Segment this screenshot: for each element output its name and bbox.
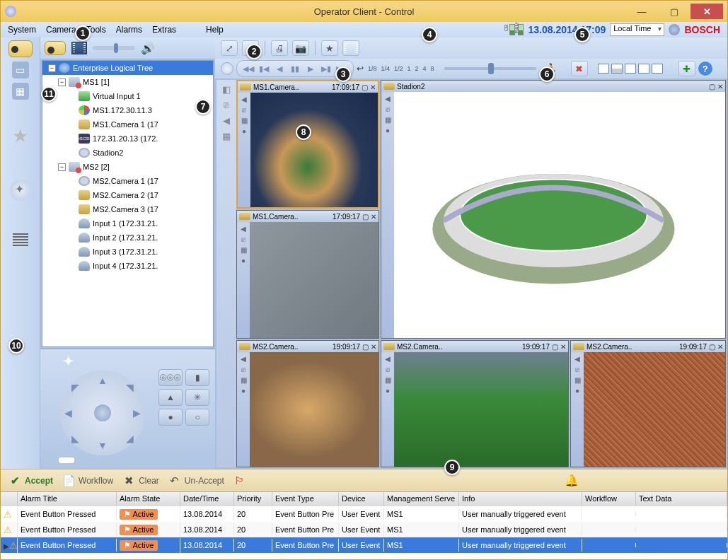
column-header[interactable]: Date/Time: [180, 492, 234, 506]
pane-maximize[interactable]: ▢: [362, 213, 369, 221]
tree-item[interactable]: MS2.Camera 3 (17: [42, 202, 213, 216]
tree-item[interactable]: MS1.172.30.11.3: [42, 103, 213, 117]
tool-snapshot[interactable]: 📷: [292, 40, 309, 56]
column-header[interactable]: Alarm State: [117, 492, 180, 506]
tree-item[interactable]: Input 1 (172.31.21.: [42, 216, 213, 231]
maximize-button[interactable]: ▢: [658, 4, 691, 19]
tree-item[interactable]: iSCSI172.31.20.13 (172.: [42, 132, 213, 146]
layout-custom[interactable]: [652, 64, 663, 74]
step-back-button[interactable]: ▮◀: [257, 62, 271, 75]
tree-item[interactable]: Input 2 (172.31.21.: [42, 231, 213, 245]
alarm-row[interactable]: ▶⚠Event Button Pressed⚑ Active13.08.2014…: [1, 537, 727, 553]
accept-button[interactable]: ✔Accept: [8, 474, 53, 487]
tree-item[interactable]: Input 4 (172.31.21.: [42, 259, 213, 273]
ptz-right[interactable]: ▶: [133, 407, 141, 419]
pane-close[interactable]: ✕: [371, 213, 376, 221]
tool-expand[interactable]: ⤢: [221, 40, 238, 56]
tree-item[interactable]: Input 3 (172.31.21.: [42, 245, 213, 259]
pane-tool[interactable]: ⎚: [383, 365, 393, 373]
zoom-in-button[interactable]: ✦: [63, 354, 74, 369]
close-button[interactable]: ✕: [691, 4, 723, 19]
video-pane[interactable]: MS1.Camera..17:09:17▢✕◀⎚▦●: [236, 210, 379, 339]
layout-2x2[interactable]: [611, 64, 623, 74]
pane-tool[interactable]: ●: [572, 386, 582, 395]
ptz-iris-close[interactable]: ○: [185, 409, 209, 426]
ptz-left[interactable]: ◀: [64, 407, 72, 419]
grid-tool-1[interactable]: ◧: [219, 83, 233, 95]
alarm-list[interactable]: Alarm TitleAlarm StateDate/TimePriorityE…: [1, 491, 727, 559]
pane-tool[interactable]: ⎚: [239, 105, 249, 114]
pane-tool[interactable]: ⎚: [238, 365, 248, 373]
pane-maximize[interactable]: ▢: [709, 83, 715, 91]
pane-tool[interactable]: ▦: [238, 375, 248, 384]
ptz-preset-1[interactable]: ⦾⦾⦾: [158, 369, 183, 386]
column-header[interactable]: [1, 492, 18, 506]
layout-4x4[interactable]: [638, 64, 649, 74]
pane-maximize[interactable]: ▢: [362, 83, 368, 91]
menu-system[interactable]: System: [8, 25, 36, 35]
loop-icon[interactable]: ↩: [357, 64, 364, 74]
tree-item[interactable]: Stadion2: [42, 146, 213, 160]
pane-close[interactable]: ✕: [717, 343, 723, 351]
alarm-row[interactable]: ⚠Event Button Pressed⚑ Active13.08.20142…: [1, 506, 727, 522]
play-button[interactable]: ▶: [304, 62, 318, 75]
tool-bookmark[interactable]: ★: [321, 40, 338, 56]
pane-tool[interactable]: ⎚: [238, 235, 248, 243]
menu-camera[interactable]: Camera: [46, 25, 76, 35]
jog-dial[interactable]: [221, 62, 233, 75]
pane-tool[interactable]: ◀: [383, 354, 393, 363]
live-tab-icon[interactable]: [45, 41, 66, 55]
device-tree[interactable]: −Enterprise Logical Tree−MS1 [1]Virtual …: [42, 60, 214, 347]
tool-print[interactable]: 🖨: [271, 40, 288, 56]
video-pane[interactable]: MS2.Camera..19:09:17▢✕◀⎚▦●: [236, 340, 379, 467]
ptz-hub[interactable]: [94, 404, 111, 421]
workflow-button[interactable]: 📄Workflow: [62, 474, 113, 487]
column-header[interactable]: Workflow: [582, 492, 636, 506]
pane-close[interactable]: ✕: [370, 83, 376, 91]
column-header[interactable]: Priority: [234, 492, 272, 506]
pane-tool[interactable]: ●: [239, 127, 249, 135]
alarm-row[interactable]: ⚠Event Button Pressed⚑ Active13.08.20142…: [1, 522, 727, 537]
ptz-preset-2[interactable]: ▮: [185, 369, 209, 386]
video-pane[interactable]: MS2.Camera..19:09:17▢✕◀⎚▦●: [570, 340, 726, 467]
video-pane[interactable]: MS1.Camera..17:09:17▢✕◀⎚▦●: [236, 80, 379, 209]
ptz-iris-open[interactable]: ●: [158, 409, 183, 426]
ptz-up[interactable]: ▲: [98, 375, 108, 386]
grid-icon[interactable]: ▦: [12, 83, 29, 100]
tree-item[interactable]: −MS1 [1]: [42, 75, 213, 89]
pane-tool[interactable]: ◀: [238, 354, 248, 363]
pane-tool[interactable]: ●: [383, 386, 393, 395]
bell-icon[interactable]: 🔔: [565, 474, 579, 487]
pane-maximize[interactable]: ▢: [709, 343, 715, 351]
pause-button[interactable]: ▮▮: [288, 62, 302, 75]
menu-alarms[interactable]: Alarms: [116, 25, 142, 35]
ptz-focus-near[interactable]: ▲: [158, 389, 183, 406]
pane-tool[interactable]: ●: [238, 256, 248, 264]
column-header[interactable]: Info: [459, 492, 582, 506]
menu-help[interactable]: Help: [206, 25, 224, 35]
tree-item[interactable]: MS1.Camera 1 (17: [42, 117, 213, 132]
tree-item[interactable]: −MS2 [2]: [42, 160, 213, 174]
speed-slider[interactable]: [444, 67, 536, 70]
zoom-out-button[interactable]: [59, 457, 74, 463]
pane-tool[interactable]: ▦: [239, 116, 249, 124]
delete-view-button[interactable]: ✖: [571, 61, 588, 76]
grid-tool-4[interactable]: ▦: [219, 129, 233, 142]
menu-extras[interactable]: Extras: [152, 25, 176, 35]
pane-tool[interactable]: ◀: [383, 94, 393, 103]
favorites-icon[interactable]: ★: [12, 125, 28, 147]
list-icon[interactable]: [13, 233, 28, 246]
step-fwd-button[interactable]: ▶▮: [319, 62, 333, 75]
camera-mode-button[interactable]: [8, 40, 33, 57]
pane-close[interactable]: ✕: [717, 83, 723, 91]
pane-tool[interactable]: ▦: [383, 115, 393, 124]
column-header[interactable]: Text Data: [636, 492, 727, 506]
add-pane-button[interactable]: ✚: [678, 61, 695, 76]
minimize-button[interactable]: —: [625, 4, 658, 19]
video-pane[interactable]: Stadion2▢✕◀⎚▦●: [381, 80, 726, 339]
column-header[interactable]: Event Type: [272, 492, 339, 506]
pane-tool[interactable]: ●: [238, 386, 248, 395]
pane-close[interactable]: ✕: [371, 343, 376, 351]
ptz-down[interactable]: ▼: [98, 440, 108, 451]
rewind-button[interactable]: ◀◀: [241, 62, 255, 75]
